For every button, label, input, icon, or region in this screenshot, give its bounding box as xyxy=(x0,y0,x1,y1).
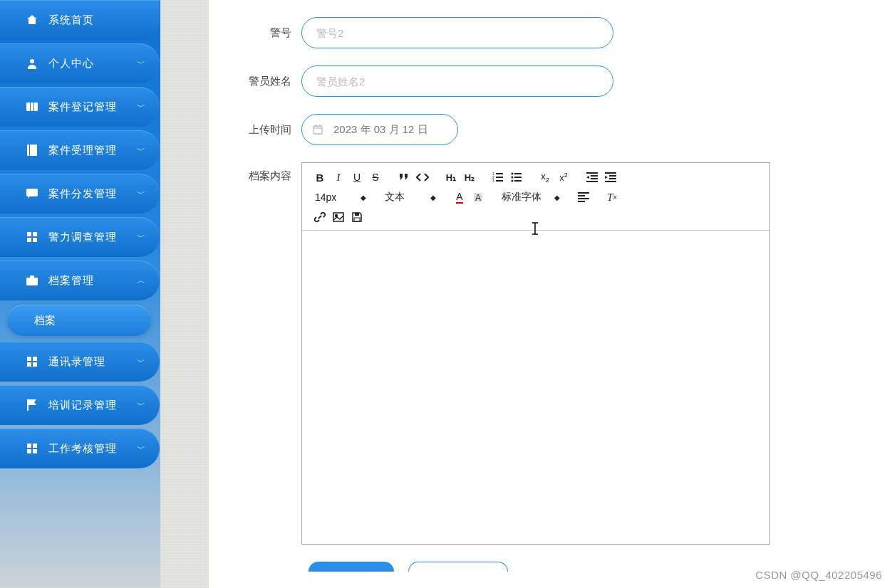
sidebar-item-case-dispatch[interactable]: 案件分发管理 ﹀ xyxy=(0,174,160,214)
svg-rect-56 xyxy=(355,213,359,216)
italic-button[interactable]: I xyxy=(329,169,348,186)
font-family-select[interactable]: 标准字体 ◆ xyxy=(497,189,564,206)
svg-rect-20 xyxy=(27,449,31,453)
badge-no-input[interactable] xyxy=(301,17,613,48)
user-icon xyxy=(26,57,38,70)
officer-name-label: 警员姓名 xyxy=(216,75,301,88)
cancel-button[interactable] xyxy=(408,562,508,572)
background-color-button[interactable]: A xyxy=(469,189,487,206)
sidebar-item-label: 案件登记管理 xyxy=(48,100,137,114)
subscript-button[interactable]: x2 xyxy=(536,169,554,186)
svg-rect-14 xyxy=(33,357,37,361)
chevron-down-icon: ﹀ xyxy=(137,231,145,243)
svg-rect-53 xyxy=(578,201,585,202)
block-type-select[interactable]: 文本 ◆ xyxy=(380,189,440,206)
text-color-button[interactable]: A xyxy=(450,189,469,206)
h1-button[interactable]: H₁ xyxy=(442,169,460,186)
svg-rect-3 xyxy=(33,103,34,111)
svg-point-36 xyxy=(512,180,514,182)
editor-content-area[interactable] xyxy=(302,231,769,544)
sidebar-item-contacts[interactable]: 通讯录管理 ﹀ xyxy=(0,342,160,382)
ordered-list-button[interactable]: 123 xyxy=(489,169,507,186)
sidebar-item-case-accept[interactable]: 案件受理管理 ﹀ xyxy=(0,130,160,170)
font-size-select[interactable]: 14px ◆ xyxy=(311,189,370,206)
grid-icon xyxy=(26,442,38,455)
svg-rect-18 xyxy=(27,443,31,448)
svg-rect-10 xyxy=(33,238,37,242)
form-row-officer-name: 警员姓名 xyxy=(216,65,871,97)
save-button[interactable] xyxy=(348,209,366,226)
svg-rect-37 xyxy=(514,180,522,182)
sidebar-item-label: 通讯录管理 xyxy=(48,355,137,369)
svg-rect-21 xyxy=(33,449,37,453)
sidebar-item-label: 培训记录管理 xyxy=(48,399,137,412)
svg-rect-8 xyxy=(33,232,37,236)
code-button[interactable] xyxy=(413,169,432,186)
indent-button[interactable] xyxy=(601,169,620,186)
grid-icon xyxy=(26,355,38,368)
svg-rect-52 xyxy=(578,198,589,199)
sidebar-item-label: 系统首页 xyxy=(48,14,145,27)
svg-point-34 xyxy=(512,177,514,179)
sidebar-item-archive-mgmt[interactable]: 档案管理 ︿ xyxy=(0,261,160,300)
sidebar-item-label: 工作考核管理 xyxy=(48,442,137,456)
svg-marker-45 xyxy=(605,176,608,179)
form-row-badge-no: 警号 xyxy=(216,17,871,48)
strikethrough-button[interactable]: S xyxy=(366,169,385,186)
svg-rect-4 xyxy=(27,145,37,156)
svg-rect-6 xyxy=(26,189,38,196)
svg-rect-46 xyxy=(609,178,616,179)
unordered-list-button[interactable] xyxy=(507,169,526,186)
caret-icon: ◆ xyxy=(430,194,436,201)
underline-button[interactable]: U xyxy=(348,169,366,186)
texture-strip xyxy=(160,0,209,588)
svg-rect-2 xyxy=(30,103,31,111)
form-row-content: 档案内容 B I U S H₁ H₂ 123 xyxy=(216,162,871,545)
chevron-down-icon: ﹀ xyxy=(137,443,145,455)
sidebar-item-police-investigation[interactable]: 警力调查管理 ﹀ xyxy=(0,217,160,257)
svg-rect-50 xyxy=(578,192,589,194)
svg-rect-17 xyxy=(27,399,28,411)
ticket-icon xyxy=(26,100,38,113)
officer-name-input[interactable] xyxy=(301,65,613,97)
superscript-button[interactable]: x2 xyxy=(554,169,573,186)
svg-rect-19 xyxy=(33,443,37,448)
sidebar-item-home[interactable]: 系统首页 xyxy=(0,0,160,40)
sidebar-item-assessment[interactable]: 工作考核管理 ﹀ xyxy=(0,429,160,468)
svg-point-55 xyxy=(336,215,338,217)
chevron-down-icon: ﹀ xyxy=(137,399,145,411)
grid-icon xyxy=(26,231,38,243)
submit-button[interactable] xyxy=(308,562,394,572)
svg-rect-16 xyxy=(33,362,37,367)
chevron-down-icon: ﹀ xyxy=(137,101,145,113)
svg-rect-38 xyxy=(586,172,598,174)
svg-point-0 xyxy=(30,59,34,63)
flag-icon xyxy=(26,399,38,411)
svg-rect-11 xyxy=(26,278,38,285)
sidebar-subitem-archive[interactable]: 档案 xyxy=(7,305,151,336)
outdent-button[interactable] xyxy=(583,169,601,186)
bold-button[interactable]: B xyxy=(311,169,329,186)
align-button[interactable] xyxy=(574,189,593,206)
blockquote-button[interactable] xyxy=(395,169,413,186)
home-icon xyxy=(26,14,38,26)
clear-format-button[interactable]: T× xyxy=(603,189,621,206)
rich-text-editor: B I U S H₁ H₂ 123 x2 xyxy=(301,162,770,545)
sidebar-item-profile[interactable]: 个人中心 ﹀ xyxy=(0,43,160,83)
chevron-down-icon: ﹀ xyxy=(137,188,145,200)
form-row-upload-time: 上传时间 xyxy=(216,114,871,145)
svg-marker-40 xyxy=(586,176,589,179)
sidebar-item-training[interactable]: 培训记录管理 ﹀ xyxy=(0,385,160,425)
chevron-down-icon: ﹀ xyxy=(137,145,145,157)
sidebar-item-label: 案件受理管理 xyxy=(48,144,137,157)
font-family-value: 标准字体 xyxy=(502,191,544,204)
svg-rect-1 xyxy=(26,103,38,111)
upload-time-input[interactable] xyxy=(301,114,458,145)
watermark: CSDN @QQ_402205496 xyxy=(755,569,882,581)
sidebar-item-case-register[interactable]: 案件登记管理 ﹀ xyxy=(0,87,160,127)
link-button[interactable] xyxy=(311,209,329,226)
block-type-value: 文本 xyxy=(385,191,420,204)
svg-rect-41 xyxy=(591,178,598,179)
image-button[interactable] xyxy=(329,209,348,226)
h2-button[interactable]: H₂ xyxy=(460,169,479,186)
